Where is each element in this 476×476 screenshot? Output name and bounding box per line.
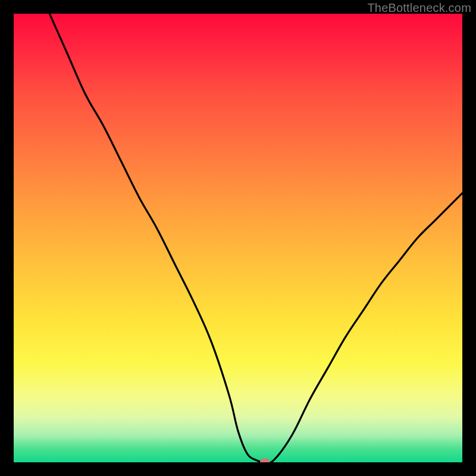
chart-frame: TheBottleneck.com <box>0 0 476 476</box>
bottleneck-curve <box>14 14 462 462</box>
plot-area <box>14 14 462 462</box>
watermark-text: TheBottleneck.com <box>367 1 471 15</box>
vertex-marker <box>260 459 270 463</box>
